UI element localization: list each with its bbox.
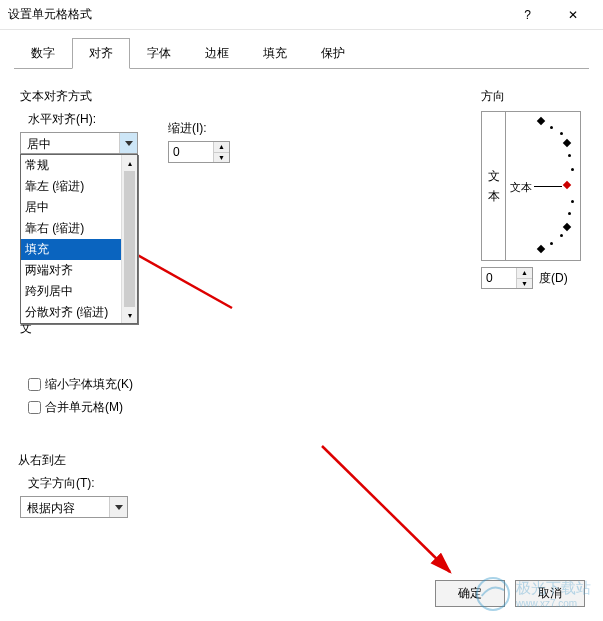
indent-spinner[interactable]: ▲ ▼: [168, 141, 230, 163]
dial-dot: [571, 200, 574, 203]
chevron-down-icon[interactable]: [109, 497, 127, 517]
align-option-fill[interactable]: 填充: [21, 239, 137, 260]
dial-dot: [568, 212, 571, 215]
dial-line: [534, 186, 562, 187]
dial-dot: [568, 154, 571, 157]
dial-dot: [560, 132, 563, 135]
chevron-down-icon[interactable]: [119, 133, 137, 153]
help-button[interactable]: ?: [505, 0, 550, 30]
close-icon: ✕: [568, 8, 578, 22]
orientation-heading: 方向: [481, 88, 581, 105]
scroll-thumb[interactable]: [124, 171, 135, 307]
ok-button[interactable]: 确定: [435, 580, 505, 607]
dial-dot: [560, 234, 563, 237]
dial-mark: [537, 245, 545, 253]
rtl-section: 从右到左 文字方向(T): 根据内容: [20, 444, 128, 518]
shrink-to-fit-label: 缩小字体填充(K): [45, 376, 133, 393]
dial-dot: [571, 168, 574, 171]
merge-cells-row: 合并单元格(M): [28, 399, 133, 416]
dialog-footer: 确定 取消: [435, 580, 585, 607]
align-option-general[interactable]: 常规: [21, 155, 137, 176]
vert-char: 本: [488, 188, 500, 205]
scroll-down-icon[interactable]: ▾: [122, 307, 137, 323]
horizontal-align-value: 居中: [21, 133, 119, 153]
align-option-justify[interactable]: 两端对齐: [21, 260, 137, 281]
dial-dot: [550, 126, 553, 129]
indent-input[interactable]: [169, 142, 213, 162]
vertical-text-button[interactable]: 文 本: [482, 112, 506, 260]
tabs: 数字 对齐 字体 边框 填充 保护: [0, 30, 603, 69]
angle-spinner[interactable]: ▲ ▼: [481, 267, 533, 289]
angle-input[interactable]: [482, 268, 516, 288]
tab-label: 数字: [31, 46, 55, 60]
horizontal-align-dropdown[interactable]: 常规 靠左 (缩进) 居中 靠右 (缩进) 填充 两端对齐 跨列居中 分散对齐 …: [20, 154, 138, 324]
align-option-center-across[interactable]: 跨列居中: [21, 281, 137, 302]
text-direction-value: 根据内容: [21, 497, 109, 517]
merge-cells-checkbox[interactable]: [28, 401, 41, 414]
tab-fill[interactable]: 填充: [246, 38, 304, 69]
spin-down-icon[interactable]: ▼: [517, 279, 532, 289]
orientation-dial[interactable]: 文本: [506, 112, 580, 260]
svg-line-1: [322, 446, 450, 572]
tab-alignment[interactable]: 对齐: [72, 38, 130, 69]
tab-number[interactable]: 数字: [14, 38, 72, 69]
tab-label: 字体: [147, 46, 171, 60]
cancel-button[interactable]: 取消: [515, 580, 585, 607]
dropdown-scrollbar[interactable]: ▴ ▾: [121, 155, 137, 323]
dial-mark: [537, 117, 545, 125]
dial-handle[interactable]: [563, 181, 571, 189]
dial-mark: [563, 223, 571, 231]
content-area: 文本对齐方式 水平对齐(H): 居中 缩进(I): ▲ ▼ 常规 靠左 (缩进)…: [0, 70, 603, 164]
merge-cells-label: 合并单元格(M): [45, 399, 123, 416]
indent-group: 缩进(I): ▲ ▼: [168, 114, 230, 163]
text-direction-label: 文字方向(T):: [28, 475, 128, 492]
dial-text: 文本: [510, 180, 532, 195]
ok-label: 确定: [458, 586, 482, 600]
orientation-angle-row: ▲ ▼ 度(D): [481, 267, 581, 289]
dial-dot: [550, 242, 553, 245]
spin-up-icon[interactable]: ▲: [517, 268, 532, 279]
window-title: 设置单元格格式: [8, 6, 505, 23]
align-option-right[interactable]: 靠右 (缩进): [21, 218, 137, 239]
tab-border[interactable]: 边框: [188, 38, 246, 69]
align-option-left[interactable]: 靠左 (缩进): [21, 176, 137, 197]
tab-protection[interactable]: 保护: [304, 38, 362, 69]
vert-char: 文: [488, 168, 500, 185]
tab-font[interactable]: 字体: [130, 38, 188, 69]
indent-label: 缩进(I):: [168, 120, 230, 137]
spin-down-icon[interactable]: ▼: [214, 153, 229, 163]
text-direction-combo[interactable]: 根据内容: [20, 496, 128, 518]
scroll-up-icon[interactable]: ▴: [122, 155, 137, 171]
align-option-distributed[interactable]: 分散对齐 (缩进): [21, 302, 137, 323]
title-bar: 设置单元格格式 ? ✕: [0, 0, 603, 30]
orientation-control[interactable]: 文 本 文本: [481, 111, 581, 261]
degree-label: 度(D): [539, 270, 568, 287]
tab-label: 保护: [321, 46, 345, 60]
horizontal-align-combo[interactable]: 居中: [20, 132, 138, 154]
align-option-center[interactable]: 居中: [21, 197, 137, 218]
tab-label: 对齐: [89, 46, 113, 60]
help-icon: ?: [524, 8, 531, 22]
tab-label: 填充: [263, 46, 287, 60]
dial-mark: [563, 139, 571, 147]
close-button[interactable]: ✕: [550, 0, 595, 30]
spin-up-icon[interactable]: ▲: [214, 142, 229, 153]
cancel-label: 取消: [538, 586, 562, 600]
orientation-section: 方向 文 本 文本: [481, 88, 581, 289]
rtl-heading: 从右到左: [18, 452, 128, 469]
tab-label: 边框: [205, 46, 229, 60]
shrink-to-fit-row: 缩小字体填充(K): [28, 376, 133, 393]
shrink-to-fit-checkbox[interactable]: [28, 378, 41, 391]
